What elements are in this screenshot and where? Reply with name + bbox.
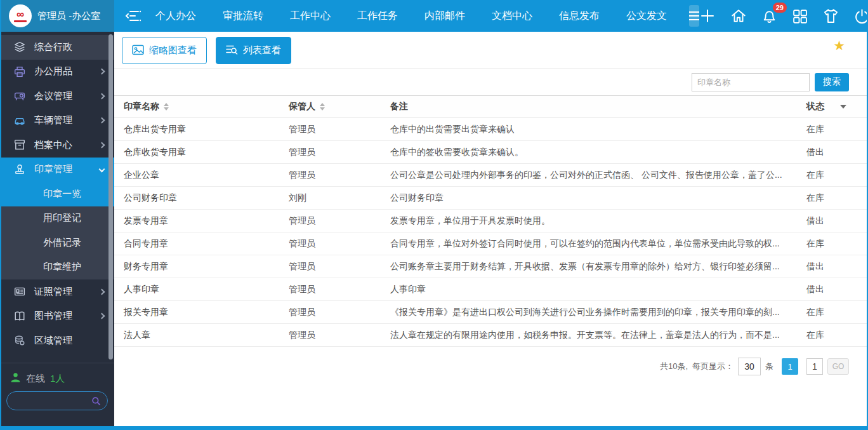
sidebar-item-seal-mgmt[interactable]: 印章管理 bbox=[1, 158, 114, 182]
status-value: 在库 bbox=[797, 124, 867, 135]
table-row[interactable]: 法人章 管理员 法人章在规定的有限用途内使用，如税务申报。开支票等。在法律上，盖… bbox=[114, 324, 867, 347]
archive-icon bbox=[14, 139, 25, 151]
nav-internal-mail[interactable]: 内部邮件 bbox=[411, 0, 478, 32]
chevron-right-icon bbox=[99, 288, 105, 295]
header-actions: 29 bbox=[699, 8, 868, 24]
sidebar-search-box bbox=[6, 391, 108, 410]
sidebar-item-archive-center[interactable]: 档案中心 bbox=[1, 133, 114, 158]
seal-submenu: 印章一览 用印登记 外借记录 印章维护 bbox=[1, 182, 114, 279]
sidebar-item-general-admin[interactable]: 综合行政 bbox=[1, 35, 114, 60]
nav-document-center[interactable]: 文档中心 bbox=[478, 0, 546, 32]
column-header-seal-name[interactable]: 印章名称 bbox=[114, 101, 279, 112]
car-icon bbox=[14, 115, 25, 126]
status-value: 借出 bbox=[797, 215, 867, 227]
nav-personal-office[interactable]: 个人办公 bbox=[142, 0, 209, 32]
table-body: 仓库出货专用章 管理员 仓库中的出货需要出货章来确认 在库 仓库收货专用章 管理… bbox=[114, 118, 867, 347]
sidebar-item-office-supplies[interactable]: 办公用品 bbox=[1, 60, 114, 84]
nav-work-center[interactable]: 工作中心 bbox=[277, 0, 344, 32]
table-row[interactable]: 仓库出货专用章 管理员 仓库中的出货需要出货章来确认 在库 bbox=[114, 118, 867, 141]
filter-caret-icon bbox=[840, 105, 846, 109]
printer-icon bbox=[14, 66, 25, 77]
list-view-button[interactable]: 列表查看 bbox=[216, 37, 291, 64]
table-row[interactable]: 公司财务印章 刘刚 公司财务印章 在库 bbox=[114, 187, 867, 210]
go-button[interactable]: GO bbox=[827, 358, 849, 375]
nav-work-tasks[interactable]: 工作任务 bbox=[344, 0, 411, 32]
search-icon[interactable] bbox=[91, 396, 101, 406]
page-1-button[interactable]: 1 bbox=[782, 358, 798, 375]
list-search-icon bbox=[226, 44, 238, 57]
sidebar-search-input[interactable] bbox=[7, 396, 91, 406]
submenu-item-lend-records[interactable]: 外借记录 bbox=[1, 231, 114, 255]
chevron-right-icon bbox=[99, 118, 105, 124]
home-icon[interactable] bbox=[730, 8, 747, 24]
status-value: 在库 bbox=[797, 170, 867, 181]
certificate-icon bbox=[14, 286, 25, 297]
notification-badge: 29 bbox=[773, 3, 787, 13]
sidebar-item-meeting-mgmt[interactable]: 会议管理 bbox=[1, 84, 114, 109]
submenu-item-seal-register[interactable]: 用印登记 bbox=[1, 206, 114, 231]
nav-approval-flow[interactable]: 审批流转 bbox=[209, 0, 277, 32]
layers-icon bbox=[14, 41, 25, 53]
nav-official-dispatch[interactable]: 公文发文 bbox=[613, 0, 680, 32]
online-label: 在线 bbox=[26, 373, 45, 385]
chevron-right-icon bbox=[99, 313, 105, 319]
sort-icon bbox=[164, 103, 169, 111]
unit-label: 条 bbox=[765, 361, 773, 372]
online-count: 1人 bbox=[50, 373, 65, 385]
column-header-status[interactable]: 状态 bbox=[797, 101, 867, 112]
status-value: 借出 bbox=[797, 284, 867, 295]
more-menu-icon[interactable] bbox=[689, 5, 699, 27]
chevron-down-icon bbox=[99, 166, 105, 173]
sort-icon bbox=[320, 103, 325, 111]
favorite-star-icon[interactable]: ★ bbox=[833, 38, 845, 53]
sidebar-footer: 在线 1人 bbox=[1, 363, 114, 426]
page-size-input[interactable] bbox=[738, 358, 761, 375]
logo-icon: ∞ bbox=[9, 4, 32, 27]
sidebar-item-region-mgmt[interactable]: 区域管理 bbox=[1, 328, 114, 353]
online-user-icon bbox=[10, 372, 21, 385]
per-page-label: 每页显示： bbox=[692, 361, 733, 372]
main-content: 缩略图查看 列表查看 ★ 搜索 印章名称 保管人 bbox=[114, 32, 867, 426]
projector-icon bbox=[14, 90, 25, 102]
table-row[interactable]: 报关专用章 管理员 《报关专用章》是有进出口权公司到海关进行公司业务操作时需要用… bbox=[114, 301, 867, 324]
table-row[interactable]: 合同专用章 管理员 合同专用章，单位对外签订合同时使用，可以在签约的范围内代表单… bbox=[114, 232, 867, 255]
table-row[interactable]: 发票专用章 管理员 发票专用章，单位用于开具发票时使用。 借出 bbox=[114, 210, 867, 232]
submenu-item-seal-list[interactable]: 印章一览 bbox=[1, 182, 114, 206]
top-nav: 个人办公 审批流转 工作中心 工作任务 内部邮件 文档中心 信息发布 公文发文 bbox=[142, 0, 680, 32]
table-row[interactable]: 人事印章 管理员 人事印章 借出 bbox=[114, 278, 867, 301]
submenu-item-seal-maintain[interactable]: 印章维护 bbox=[1, 255, 114, 280]
nav-info-publish[interactable]: 信息发布 bbox=[546, 0, 613, 32]
status-value: 在库 bbox=[797, 238, 867, 250]
book-icon bbox=[14, 311, 25, 322]
collapse-menu-icon[interactable] bbox=[124, 8, 142, 24]
status-value: 在库 bbox=[797, 192, 867, 204]
status-value: 在库 bbox=[797, 307, 867, 318]
apps-grid-icon[interactable] bbox=[792, 8, 808, 24]
sidebar-item-certificate-mgmt[interactable]: 证照管理 bbox=[1, 279, 114, 304]
pagination: 共10条, 每页显示： 条 1 GO bbox=[114, 347, 867, 375]
notifications-bell-icon[interactable]: 29 bbox=[761, 8, 777, 24]
theme-shirt-icon[interactable] bbox=[822, 8, 839, 24]
sidebar: 综合行政 办公用品 会议管理 车辆管理 bbox=[1, 32, 114, 426]
search-button[interactable]: 搜索 bbox=[815, 73, 849, 91]
goto-page-input[interactable] bbox=[806, 358, 823, 375]
table-row[interactable]: 企业公章 管理员 公司公章是公司处理内外部事务的印鉴，公司对外的正式信函、 公司… bbox=[114, 164, 867, 187]
seal-name-search-input[interactable] bbox=[692, 73, 810, 91]
logout-power-icon[interactable] bbox=[854, 8, 868, 24]
column-header-remark: 备注 bbox=[381, 101, 797, 112]
app-window: ∞ 管理员 -办公室 个人办公 审批流转 工作中心 工作任务 内部邮件 文档中心… bbox=[0, 0, 868, 430]
status-value: 借出 bbox=[797, 261, 867, 272]
sidebar-item-book-mgmt[interactable]: 图书管理 bbox=[1, 304, 114, 329]
add-icon[interactable] bbox=[699, 8, 716, 24]
table-row[interactable]: 财务专用章 管理员 公司账务章主要用于财务结算，开具收据、发票（有发票专用章的除… bbox=[114, 255, 867, 278]
column-header-keeper[interactable]: 保管人 bbox=[279, 101, 381, 112]
chevron-right-icon bbox=[99, 142, 105, 148]
table-row[interactable]: 仓库收货专用章 管理员 仓库中的签收需要收货章来确认。 借出 bbox=[114, 141, 867, 164]
status-value: 借出 bbox=[797, 147, 867, 158]
brand-area: ∞ 管理员 -办公室 bbox=[1, 0, 114, 32]
sidebar-scrollbar[interactable] bbox=[109, 34, 113, 359]
thumbnail-view-button[interactable]: 缩略图查看 bbox=[122, 37, 207, 64]
region-icon bbox=[14, 335, 25, 346]
top-header: ∞ 管理员 -办公室 个人办公 审批流转 工作中心 工作任务 内部邮件 文档中心… bbox=[1, 0, 867, 32]
sidebar-item-vehicle-mgmt[interactable]: 车辆管理 bbox=[1, 109, 114, 133]
